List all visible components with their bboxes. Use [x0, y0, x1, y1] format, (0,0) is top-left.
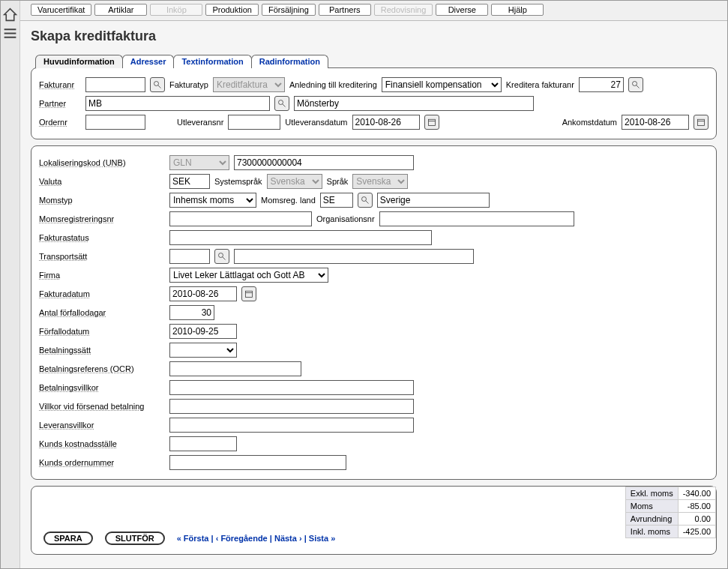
momstyp-select[interactable]: Inhemsk moms: [169, 193, 256, 208]
avrundning-value: 0.00: [678, 513, 715, 526]
momsreg-land-label: Momsreg. land: [261, 196, 316, 205]
lokaliseringskod-select: GLN: [169, 155, 229, 170]
tab-radinformation[interactable]: Radinformation: [251, 55, 328, 68]
avrundning-label: Avrundning: [625, 513, 678, 526]
slutfor-button[interactable]: SLUTFÖR: [105, 532, 165, 545]
nav-varucertifikat[interactable]: Varucertifikat: [31, 4, 91, 16]
moms-label: Moms: [625, 500, 678, 513]
left-rail: [1, 1, 20, 568]
nav-artiklar[interactable]: Artiklar: [94, 4, 147, 16]
calendar-icon[interactable]: [694, 115, 709, 130]
nav-produktion[interactable]: Produktion: [205, 4, 259, 16]
svg-line-3: [637, 85, 640, 88]
orgnr-label: Organisationsnr: [316, 214, 375, 223]
pager-next[interactable]: Nästa ›: [274, 534, 302, 543]
ankomstdatum-input[interactable]: [622, 115, 689, 130]
search-icon[interactable]: [214, 249, 229, 264]
nav-inkop: Inköp: [150, 4, 202, 16]
app-frame: Varucertifikat Artiklar Inköp Produktion…: [0, 0, 728, 569]
exkl-moms-value: -340.00: [678, 487, 715, 500]
spara-button[interactable]: SPARA: [43, 532, 93, 545]
search-icon[interactable]: [150, 77, 165, 92]
fakturadatum-input[interactable]: [169, 286, 237, 301]
calendar-icon[interactable]: [241, 286, 256, 301]
fakturadatum-label: Fakturadatum: [39, 289, 165, 298]
svg-line-5: [283, 104, 286, 107]
svg-point-12: [219, 253, 223, 258]
inkl-moms-label: Inkl. moms: [625, 526, 678, 538]
fakturanr-label: Fakturanr: [39, 80, 81, 89]
svg-point-2: [632, 82, 637, 86]
svg-point-10: [361, 197, 366, 202]
betalningsreferens-input[interactable]: [169, 361, 301, 376]
top-nav: Varucertifikat Artiklar Inköp Produktion…: [20, 1, 727, 21]
kunds-ordernummer-input[interactable]: [169, 455, 346, 470]
partner-name-display: [294, 96, 534, 111]
antal-forfallodagar-label: Antal förfallodagar: [39, 308, 165, 317]
tab-textinformation[interactable]: Textinformation: [173, 55, 251, 68]
leveransvillkor-input[interactable]: [169, 418, 414, 433]
exkl-moms-label: Exkl. moms: [625, 487, 678, 500]
svg-rect-8: [698, 119, 705, 125]
nav-diverse[interactable]: Diverse: [436, 4, 488, 16]
tab-huvudinformation[interactable]: Huvudinformation: [35, 55, 123, 68]
menu-icon[interactable]: [2, 25, 18, 41]
sprak-label: Språk: [327, 177, 349, 186]
pager-first[interactable]: « Första: [177, 534, 209, 543]
search-icon[interactable]: [628, 77, 643, 92]
villkor-forsenad-input[interactable]: [169, 399, 414, 414]
pager: « Första | ‹ Föregående | Nästa › | Sist…: [177, 534, 336, 543]
kunds-kostnadsstalle-label: Kunds kostnadsställe: [39, 439, 165, 448]
momsregnr-label: Momsregistreringsnr: [39, 214, 165, 223]
fakturanr-input[interactable]: [85, 77, 145, 92]
pager-last[interactable]: Sista »: [309, 534, 335, 543]
svg-line-1: [158, 85, 161, 88]
firma-label: Firma: [39, 271, 165, 280]
momstyp-label: Momstyp: [39, 196, 165, 205]
fakturatyp-label: Fakturatyp: [169, 80, 208, 89]
nav-forsaljning[interactable]: Försäljning: [262, 4, 316, 16]
lokaliseringskod-label: Lokaliseringskod (UNB): [39, 158, 165, 167]
momsregnr-input[interactable]: [169, 211, 312, 226]
inkl-moms-value: -425.00: [678, 526, 715, 538]
transportsatt-label: Transportsätt: [39, 252, 165, 261]
tab-adresser[interactable]: Adresser: [122, 55, 175, 68]
valuta-input: [169, 174, 210, 189]
content: Skapa kreditfaktura Huvudinformation Adr…: [20, 21, 727, 568]
nav-partners[interactable]: Partners: [319, 4, 371, 16]
leveransvillkor-label: Leveransvillkor: [39, 421, 165, 430]
betalningssatt-select[interactable]: [169, 343, 237, 358]
kreditera-input[interactable]: [579, 77, 624, 92]
lokaliseringskod-value: [234, 155, 414, 170]
svg-rect-14: [246, 291, 253, 297]
forfallodatum-label: Förfallodatum: [39, 327, 165, 336]
betalningsvillkor-label: Betalningsvillkor: [39, 383, 165, 392]
partner-code-input[interactable]: [85, 96, 270, 111]
ordernr-input: [85, 115, 145, 130]
antal-forfallodagar-input[interactable]: [169, 305, 214, 320]
home-icon[interactable]: [2, 7, 18, 22]
momsreg-land-input[interactable]: [320, 193, 353, 208]
search-icon[interactable]: [358, 193, 373, 208]
anledning-select[interactable]: Finansiell kompensation: [382, 77, 502, 92]
svg-point-4: [279, 100, 283, 105]
search-icon[interactable]: [274, 96, 289, 111]
valuta-label: Valuta: [39, 177, 165, 186]
orgnr-input: [379, 211, 574, 226]
page-title: Skapa kreditfaktura: [31, 28, 717, 44]
utleveransdatum-input[interactable]: [352, 115, 420, 130]
firma-select[interactable]: Livet Leker Lättlagat och Gott AB: [169, 268, 328, 283]
nav-hjalp[interactable]: Hjälp: [491, 4, 544, 16]
totals-table: Exkl. moms-340.00 Moms-85.00 Avrundning0…: [625, 487, 716, 538]
kunds-ordernummer-label: Kunds ordernummer: [39, 458, 165, 467]
calendar-icon[interactable]: [424, 115, 439, 130]
pager-prev[interactable]: ‹ Föregående: [216, 534, 268, 543]
body-panel: Lokaliseringskod (UNB) GLN Valuta System…: [31, 145, 717, 480]
transportsatt-name: [234, 249, 474, 264]
betalningsvillkor-input[interactable]: [169, 380, 414, 395]
kunds-kostnadsstalle-input[interactable]: [169, 436, 237, 451]
footer-bar: SPARA SLUTFÖR « Första | ‹ Föregående | …: [39, 529, 709, 548]
transportsatt-code-input[interactable]: [169, 249, 210, 264]
svg-point-0: [154, 82, 159, 86]
subtabs: Huvudinformation Adresser Textinformatio…: [35, 55, 717, 68]
